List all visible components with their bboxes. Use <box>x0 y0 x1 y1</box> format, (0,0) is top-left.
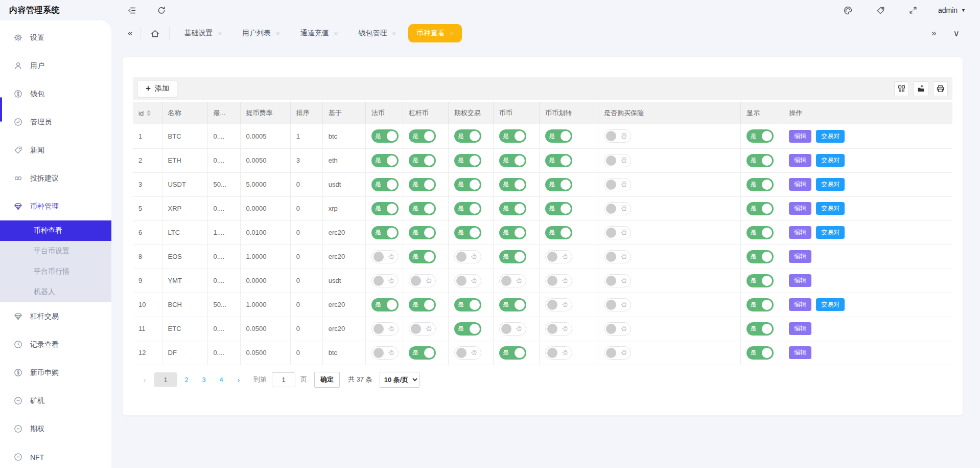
toggle-insurance-off[interactable]: 否 <box>604 322 631 336</box>
edit-button[interactable]: 编辑 <box>789 250 811 263</box>
close-tab-icon[interactable]: × <box>392 30 396 37</box>
edit-button[interactable]: 编辑 <box>789 154 811 167</box>
pair-button[interactable]: 交易对 <box>816 154 845 167</box>
toggle-fiat-on[interactable]: 是 <box>371 129 399 143</box>
sidebar-item-新闻[interactable]: 新闻 <box>0 136 111 164</box>
toggle-coin-on[interactable]: 是 <box>499 250 526 263</box>
edit-button[interactable]: 编辑 <box>789 130 811 143</box>
toggle-insurance-off[interactable]: 否 <box>604 154 631 167</box>
toggle-display-on[interactable]: 是 <box>746 226 774 239</box>
sidebar-item-期权[interactable]: 期权 <box>0 415 111 443</box>
fullscreen-icon[interactable] <box>905 3 921 18</box>
sidebar-item-投拆建议[interactable]: 投拆建议 <box>0 164 111 192</box>
scroll-tabs-left-button[interactable]: « <box>123 26 137 40</box>
toggle-coin-on[interactable]: 是 <box>499 129 526 143</box>
toggle-coin-on[interactable]: 是 <box>499 178 526 191</box>
column-header-id[interactable]: id <box>133 102 162 124</box>
toggle-lever-on[interactable]: 是 <box>409 202 436 215</box>
per-page-select[interactable]: 10 条/页 <box>380 372 419 388</box>
sidebar-item-矿机[interactable]: 矿机 <box>0 387 111 415</box>
page-button-4[interactable]: 4 <box>214 372 229 387</box>
toggle-insurance-off[interactable]: 否 <box>604 346 631 360</box>
sidebar-subitem-平台币设置[interactable]: 平台币设置 <box>0 241 111 261</box>
sidebar-item-记录查看[interactable]: 记录查看 <box>0 330 111 359</box>
toggle-insurance-off[interactable]: 否 <box>604 250 631 263</box>
page-button-3[interactable]: 3 <box>196 372 212 387</box>
toggle-coin-on[interactable]: 是 <box>499 346 526 360</box>
sidebar-subitem-机器人[interactable]: 机器人 <box>0 282 111 302</box>
edit-button[interactable]: 编辑 <box>789 178 811 191</box>
tab-币种查看[interactable]: 币种查看× <box>408 24 462 42</box>
close-tab-icon[interactable]: × <box>334 30 338 37</box>
toggle-transfer-off[interactable]: 否 <box>545 250 572 263</box>
edit-button[interactable]: 编辑 <box>789 322 811 335</box>
toggle-transfer-on[interactable]: 是 <box>545 154 572 167</box>
toggle-fiat-on[interactable]: 是 <box>371 202 399 215</box>
toggle-option-on[interactable]: 是 <box>454 322 481 336</box>
confirm-page-button[interactable]: 确定 <box>314 372 340 388</box>
toggle-display-on[interactable]: 是 <box>746 250 774 263</box>
sidebar-item-杠杆交易[interactable]: 杠杆交易 <box>0 302 111 330</box>
toggle-option-off[interactable]: 否 <box>454 250 481 263</box>
goto-page-input[interactable] <box>272 372 295 387</box>
home-tab-button[interactable] <box>144 27 166 40</box>
toggle-insurance-off[interactable]: 否 <box>604 226 631 239</box>
collapse-sidebar-icon[interactable] <box>125 3 141 18</box>
toggle-option-on[interactable]: 是 <box>454 154 481 167</box>
toggle-fiat-off[interactable]: 否 <box>371 346 399 360</box>
toggle-coin-on[interactable]: 是 <box>499 226 526 239</box>
toggle-display-on[interactable]: 是 <box>746 129 774 143</box>
columns-filter-icon[interactable] <box>894 81 909 96</box>
add-button[interactable]: + 添加 <box>137 80 177 97</box>
sort-icon[interactable] <box>147 110 151 116</box>
toggle-option-on[interactable]: 是 <box>454 202 481 215</box>
page-button-1[interactable]: 1 <box>154 372 177 387</box>
edit-button[interactable]: 编辑 <box>789 346 811 359</box>
sidebar-subitem-平台币行情[interactable]: 平台币行情 <box>0 261 111 282</box>
toggle-transfer-off[interactable]: 否 <box>545 322 572 336</box>
toggle-fiat-on[interactable]: 是 <box>371 298 399 311</box>
prev-page-button[interactable]: ‹ <box>137 372 152 387</box>
edit-button[interactable]: 编辑 <box>789 298 811 311</box>
tab-基础设置[interactable]: 基础设置× <box>176 24 230 42</box>
toggle-transfer-on[interactable]: 是 <box>545 226 572 239</box>
toggle-lever-on[interactable]: 是 <box>409 129 436 143</box>
toggle-insurance-off[interactable]: 否 <box>604 202 631 215</box>
pair-button[interactable]: 交易对 <box>816 202 845 215</box>
toggle-lever-off[interactable]: 否 <box>409 274 436 287</box>
toggle-lever-on[interactable]: 是 <box>409 250 436 263</box>
toggle-option-on[interactable]: 是 <box>454 226 481 239</box>
close-tab-icon[interactable]: × <box>218 30 222 37</box>
close-tab-icon[interactable]: × <box>450 30 454 37</box>
toggle-transfer-off[interactable]: 否 <box>545 346 572 360</box>
tabs-menu-button[interactable]: ∨ <box>948 26 965 41</box>
tab-通道充值[interactable]: 通道充值× <box>292 24 346 42</box>
toggle-transfer-off[interactable]: 否 <box>545 274 572 287</box>
toggle-insurance-off[interactable]: 否 <box>604 178 631 191</box>
toggle-display-on[interactable]: 是 <box>746 274 774 287</box>
sidebar-item-NFT[interactable]: NFT <box>0 443 111 468</box>
toggle-lever-off[interactable]: 否 <box>409 322 436 336</box>
toggle-transfer-on[interactable]: 是 <box>545 178 572 191</box>
toggle-display-on[interactable]: 是 <box>746 346 774 360</box>
user-menu[interactable]: admin ▼ <box>938 6 966 14</box>
toggle-coin-on[interactable]: 是 <box>499 154 526 167</box>
toggle-option-off[interactable]: 否 <box>454 274 481 287</box>
toggle-display-on[interactable]: 是 <box>746 154 774 167</box>
sidebar-item-用户[interactable]: 用户 <box>0 52 111 80</box>
pair-button[interactable]: 交易对 <box>816 130 845 143</box>
edit-button[interactable]: 编辑 <box>789 202 811 215</box>
pair-button[interactable]: 交易对 <box>816 178 845 191</box>
toggle-lever-on[interactable]: 是 <box>409 178 436 191</box>
tab-用户列表[interactable]: 用户列表× <box>234 24 288 42</box>
sidebar-item-新币申购[interactable]: 新币申购 <box>0 359 111 387</box>
pair-button[interactable]: 交易对 <box>816 226 845 239</box>
toggle-lever-on[interactable]: 是 <box>409 226 436 239</box>
sidebar-item-币种管理[interactable]: 币种管理 <box>0 192 111 220</box>
toggle-insurance-off[interactable]: 否 <box>604 298 631 311</box>
toggle-insurance-off[interactable]: 否 <box>604 274 631 287</box>
toggle-transfer-off[interactable]: 否 <box>545 298 572 311</box>
toggle-fiat-off[interactable]: 否 <box>371 274 399 287</box>
next-page-button[interactable]: › <box>231 372 246 387</box>
tag-icon[interactable] <box>873 3 888 18</box>
